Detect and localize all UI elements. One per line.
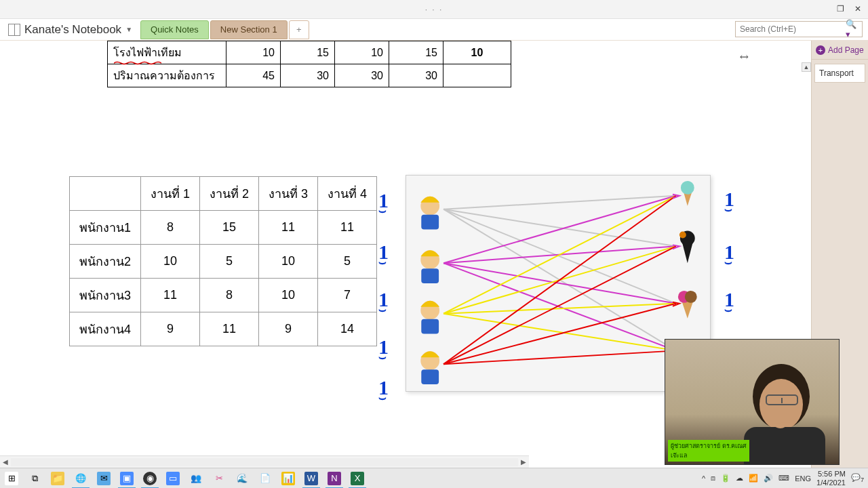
volume-icon[interactable]: 🔊 <box>764 474 773 483</box>
ink-mark-1: 1⌣ <box>378 244 389 267</box>
svg-line-26 <box>443 314 676 351</box>
svg-rect-3 <box>421 268 439 283</box>
table-row: ปริมาณความต้องการ 45 30 30 30 <box>108 64 511 87</box>
zoom-icon[interactable]: ▣ <box>115 468 138 489</box>
word-icon[interactable]: W <box>300 468 323 489</box>
icecream-icon <box>678 291 697 319</box>
notifications-icon[interactable]: 💬7 <box>851 473 864 483</box>
table-row: โรงไฟฟ้าเทียม 10 15 10 15 10 <box>108 41 511 64</box>
wifi-icon[interactable]: 📶 <box>749 474 758 483</box>
onenote-icon[interactable]: N <box>323 468 346 489</box>
chrome-icon[interactable]: 🌐 <box>69 468 92 489</box>
excel-icon[interactable]: X <box>346 468 369 489</box>
notebook-tab-bar: Kanate's Notebook ▼ Quick Notes New Sect… <box>0 19 868 41</box>
table-row: พนักงาน2105105 <box>70 245 377 279</box>
svg-line-22 <box>443 263 676 350</box>
collapsed-ribbon-indicator[interactable]: · · · <box>425 5 443 14</box>
powerbi-icon[interactable]: 📊 <box>277 468 300 489</box>
row-label: ปริมาณความต้องการ <box>108 64 226 87</box>
presenter-name-label: ผู้ช่วยศาสตราจารย์ ดร.คเณศ เจ๊ะแล <box>668 440 749 462</box>
settings-shortcut-icon[interactable]: ▭ <box>161 468 184 489</box>
fullscreen-icon[interactable]: ⤢ <box>736 49 752 64</box>
svg-rect-5 <box>421 319 439 334</box>
svg-line-23 <box>443 196 676 314</box>
worker-icon <box>420 197 439 230</box>
ink-mark-1: 1⌣ <box>724 191 734 214</box>
touchpad-icon[interactable]: ⌨ <box>778 474 789 483</box>
horizontal-scrollbar[interactable]: ◀ ▶ <box>0 455 529 468</box>
scroll-up-button[interactable]: ▲ <box>802 62 811 72</box>
ink-mark-1: 1⌣ <box>724 291 734 314</box>
svg-line-19 <box>443 196 676 263</box>
scroll-right-icon[interactable]: ▶ <box>518 458 529 466</box>
worker-icon <box>420 250 439 283</box>
mail-icon[interactable]: ✉ <box>92 468 115 489</box>
tray-overflow-icon[interactable]: ^ <box>702 474 705 483</box>
svg-point-10 <box>679 231 686 238</box>
restore-window-icon[interactable]: ❐ <box>834 3 846 15</box>
ink-mark-1: 1⌣ <box>378 339 389 362</box>
taskbar[interactable]: ⊞ ⧉ 📁 🌐 ✉ ▣ ◉ ▭ 👥 ✂ 🌊 📄 📊 W N X ^ ⧈ 🔋 ☁ … <box>0 468 868 488</box>
file-explorer-icon[interactable]: 📁 <box>46 468 69 489</box>
ink-mark-1: 1⌣ <box>724 244 734 267</box>
worker-icon <box>420 301 439 334</box>
assignment-table: งานที่ 1 งานที่ 2 งานที่ 3 งานที่ 4 พนัก… <box>69 176 377 346</box>
search-box[interactable]: 🔍▾ <box>735 21 863 37</box>
svg-line-15 <box>443 196 676 209</box>
task-view-icon[interactable]: ⧉ <box>23 468 46 489</box>
clock[interactable]: 5:56 PM 1/4/2021 <box>816 470 846 486</box>
tab-new-section-1[interactable]: New Section 1 <box>210 20 288 39</box>
search-icon[interactable]: 🔍▾ <box>846 19 862 39</box>
notebook-dropdown-icon[interactable]: ▼ <box>125 26 132 33</box>
svg-point-8 <box>681 181 694 195</box>
worker-icon <box>420 351 439 384</box>
scroll-left-icon[interactable]: ◀ <box>0 458 11 466</box>
spellcheck-underline <box>114 57 161 61</box>
table-row: พนักงาน4911914 <box>70 312 377 346</box>
notepad-icon[interactable]: 📄 <box>254 468 277 489</box>
svg-point-12 <box>685 291 697 303</box>
svg-rect-7 <box>421 369 439 384</box>
close-window-icon[interactable]: ✕ <box>852 3 864 15</box>
start-button[interactable]: ⊞ <box>0 468 23 489</box>
title-bar: · · · ❐ ✕ <box>0 0 868 19</box>
table-row: พนักงาน18151111 <box>70 211 377 245</box>
ink-mark-1: 1⌣ <box>378 192 389 216</box>
svg-rect-33 <box>744 427 825 464</box>
snip-icon[interactable]: ✂ <box>208 468 231 489</box>
svg-line-27 <box>443 196 676 364</box>
table-row: พนักงาน3118107 <box>70 279 377 312</box>
tab-quick-notes[interactable]: Quick Notes <box>140 20 209 39</box>
add-page-button[interactable]: +Add Page <box>812 41 868 60</box>
svg-rect-1 <box>421 215 439 230</box>
icecream-icon <box>681 181 694 206</box>
add-section-button[interactable]: + <box>289 20 309 39</box>
supply-table: โรงไฟฟ้าเทียม 10 15 10 15 10 ปริมาณความต… <box>107 41 511 87</box>
edge-icon[interactable]: 🌊 <box>231 468 254 489</box>
ink-mark-1: 1⌣ <box>378 380 389 403</box>
language-indicator[interactable]: ENG <box>795 474 811 483</box>
svg-line-21 <box>443 263 676 304</box>
obs-icon[interactable]: ◉ <box>138 468 161 489</box>
search-input[interactable] <box>736 24 846 34</box>
icecream-icon <box>679 230 695 263</box>
dropbox-icon[interactable]: ⧈ <box>711 474 715 483</box>
teams-icon[interactable]: 👥 <box>184 468 208 489</box>
webcam-overlay: ผู้ช่วยศาสตราจารย์ ดร.คเณศ เจ๊ะแล <box>665 339 840 465</box>
notebook-icon <box>8 24 20 36</box>
battery-icon[interactable]: 🔋 <box>721 474 730 483</box>
page-item-transport[interactable]: Transport <box>814 64 865 83</box>
ink-mark-1: 1⌣ <box>378 291 389 314</box>
svg-line-16 <box>443 209 676 247</box>
notebook-title[interactable]: Kanate's Notebook <box>24 23 121 37</box>
system-tray[interactable]: ^ ⧈ 🔋 ☁ 📶 🔊 ⌨ ENG 5:56 PM 1/4/2021 💬7 <box>702 470 868 486</box>
onedrive-icon[interactable]: ☁ <box>736 474 743 483</box>
svg-line-30 <box>443 350 676 364</box>
scrollbar-track[interactable] <box>11 458 518 466</box>
